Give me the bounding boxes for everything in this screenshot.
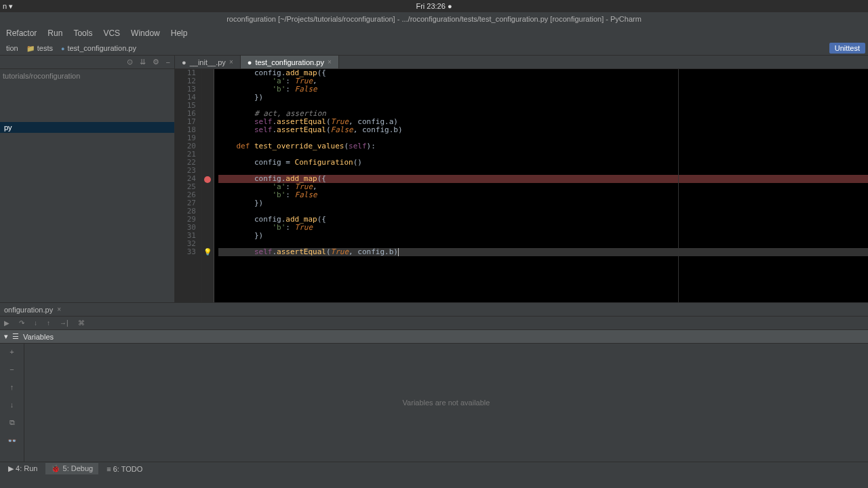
hide-icon[interactable]: −: [166, 58, 170, 66]
locate-icon[interactable]: ⊙: [127, 58, 133, 66]
code-editor[interactable]: 1112131415161718192021222324252627282930…: [175, 69, 868, 302]
close-icon[interactable]: ×: [229, 58, 233, 66]
run-configuration-selector[interactable]: Unittest: [829, 43, 865, 54]
variables-empty-message: Variables are not available: [24, 344, 868, 462]
python-file-icon: ●: [248, 58, 252, 66]
system-clock: Fri 23:26 ●: [416, 2, 452, 10]
restore-layout-icon[interactable]: ▾: [4, 332, 8, 341]
editor-pane: ● __init__.py × ● test_configuration.py …: [175, 56, 868, 302]
down-icon[interactable]: ↓: [10, 401, 14, 409]
variables-panel: + − ↑ ↓ ⧉ 👓 Variables are not available: [0, 344, 868, 462]
line-number-gutter[interactable]: 1112131415161718192021222324252627282930…: [175, 69, 202, 302]
tool-tab-run[interactable]: ▶ 4: Run: [3, 463, 43, 474]
settings-gear-icon[interactable]: ⚙: [153, 58, 159, 66]
project-tool-window: ⊙ ⇊ ⚙ − tutorials/roconfiguration py: [0, 56, 175, 302]
editor-tab-test-configuration[interactable]: ● test_configuration.py ×: [241, 56, 339, 68]
variables-tab-header[interactable]: ▾ ☰ Variables: [0, 330, 868, 344]
main-area: ⊙ ⇊ ⚙ − tutorials/roconfiguration py ● _…: [0, 56, 868, 302]
glasses-icon[interactable]: 👓: [7, 436, 17, 445]
code-content[interactable]: config.add_map({ 'a': True, 'b': False }…: [214, 69, 868, 302]
python-file-icon: [61, 44, 64, 52]
editor-tab-init[interactable]: ● __init__.py ×: [175, 56, 241, 68]
main-menu: Refactor Run Tools VCS Window Help: [0, 26, 868, 41]
collapse-icon[interactable]: ⇊: [140, 58, 146, 66]
bottom-tool-tabs: ▶ 4: Run 🐞 5: Debug ≡ 6: TODO: [0, 462, 868, 475]
step-over-icon[interactable]: ↷: [19, 319, 24, 327]
menu-vcs[interactable]: VCS: [98, 26, 125, 40]
step-out-icon[interactable]: ↑: [47, 319, 50, 327]
breadcrumb-item[interactable]: tests: [23, 43, 56, 54]
menu-window[interactable]: Window: [126, 26, 165, 40]
system-app-menu[interactable]: n ▾: [3, 2, 13, 11]
copy-icon[interactable]: ⧉: [9, 418, 15, 427]
tool-tab-todo[interactable]: ≡ 6: TODO: [101, 464, 148, 474]
menu-run[interactable]: Run: [43, 26, 67, 40]
intention-bulb-icon[interactable]: 💡: [203, 248, 212, 256]
folder-icon: [26, 44, 35, 52]
menu-refactor[interactable]: Refactor: [1, 26, 41, 40]
menu-tools[interactable]: Tools: [68, 26, 97, 40]
debug-toolbar: ▶ ↷ ↓ ↑ →| ⌘: [0, 317, 868, 330]
variables-icon: ☰: [12, 332, 19, 341]
resume-icon[interactable]: ▶: [4, 319, 9, 327]
navigation-bar: tion tests test_configuration.py Unittes…: [0, 41, 868, 56]
debug-session-tab[interactable]: onfiguration.py: [4, 306, 53, 314]
variables-side-toolbar: + − ↑ ↓ ⧉ 👓: [0, 344, 24, 462]
breadcrumb-item[interactable]: test_configuration.py: [58, 43, 140, 54]
project-header: ⊙ ⇊ ⚙ −: [0, 56, 174, 69]
system-menubar: n ▾ Fri 23:26 ●: [0, 0, 868, 12]
window-title: roconfiguration [~/Projects/tutorials/ro…: [226, 15, 642, 23]
tool-tab-debug[interactable]: 🐞 5: Debug: [45, 463, 98, 474]
remove-watch-icon[interactable]: −: [9, 365, 14, 373]
run-to-cursor-icon[interactable]: →|: [60, 319, 68, 327]
evaluate-icon[interactable]: ⌘: [78, 319, 85, 327]
project-tree[interactable]: tutorials/roconfiguration: [0, 69, 174, 83]
add-watch-icon[interactable]: +: [9, 348, 14, 356]
close-icon[interactable]: ×: [328, 58, 332, 66]
gutter-marks[interactable]: 💡: [202, 69, 214, 302]
breadcrumb-item[interactable]: tion: [3, 43, 22, 54]
python-file-icon: ●: [182, 58, 186, 66]
step-into-icon[interactable]: ↓: [34, 319, 37, 327]
project-tree-selected[interactable]: py: [0, 122, 174, 133]
up-icon[interactable]: ↑: [10, 383, 14, 391]
window-title-bar: roconfiguration [~/Projects/tutorials/ro…: [0, 12, 868, 26]
debug-tool-window: onfiguration.py × ▶ ↷ ↓ ↑ →| ⌘ ▾ ☰ Varia…: [0, 302, 868, 462]
close-icon[interactable]: ×: [57, 306, 61, 313]
menu-help[interactable]: Help: [166, 26, 193, 40]
editor-tabs: ● __init__.py × ● test_configuration.py …: [175, 56, 868, 69]
debug-tabs: onfiguration.py ×: [0, 303, 868, 317]
breakpoint-icon[interactable]: [204, 176, 211, 183]
